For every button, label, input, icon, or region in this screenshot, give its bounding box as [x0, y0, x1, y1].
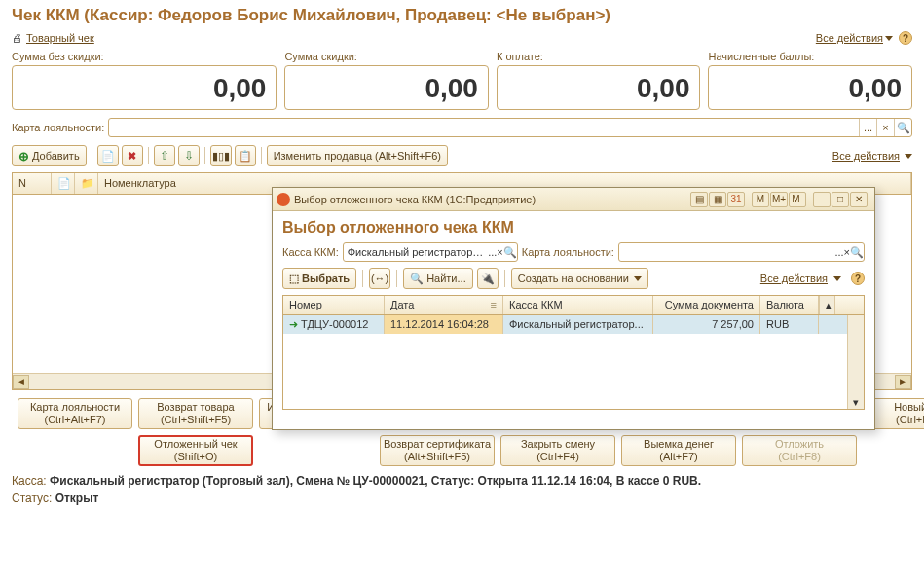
zoom-icon[interactable]: 🔍 — [503, 246, 517, 259]
find-button[interactable]: 🔍Найти... — [403, 268, 473, 289]
modal-title: Выбор отложенного чека ККМ — [273, 211, 874, 242]
mem-m-button[interactable]: M — [752, 192, 769, 207]
add-button[interactable]: ⊕Добавить — [12, 145, 87, 166]
grid-toolbar: ⊕Добавить 📄 ✖ ⇧ ⇩ ▮▯▮ 📋 Изменить продавц… — [0, 143, 924, 168]
col-icon2[interactable]: 📁 — [75, 173, 98, 194]
annotation-arrow — [0, 507, 924, 582]
select-button-label: Выбрать — [302, 273, 350, 284]
arrow-up-icon: ⇧ — [160, 149, 169, 163]
col-icon1[interactable]: 📄 — [52, 173, 75, 194]
scroll-left-icon[interactable]: ◀ — [13, 375, 29, 389]
modal-filter-row: Касса ККМ: Фискальный регистратор (Торг … — [273, 242, 874, 268]
loyalty-card-button[interactable]: Карта лояльности(Ctrl+Alt+F7) — [18, 398, 132, 429]
app-icon — [277, 193, 290, 206]
modal-toolbar: ⬚Выбрать (↔) 🔍Найти... 🔌 Создать на осно… — [273, 268, 874, 295]
sum-points-label: Начисленные баллы: — [708, 51, 912, 62]
chevron-down-icon[interactable] — [905, 154, 912, 159]
close-shift-button[interactable]: Закрыть смену(Ctrl+F4) — [500, 435, 615, 466]
postpone-button[interactable]: Отложить(Ctrl+F8) — [742, 435, 857, 466]
mem-mm-button[interactable]: M- — [789, 192, 806, 207]
add-button-label: Добавить — [32, 150, 80, 162]
refresh-button[interactable]: (↔) — [369, 268, 390, 289]
select-button[interactable]: ⬚Выбрать — [282, 268, 356, 289]
change-seller-button[interactable]: Изменить продавца (Alt+Shift+F6) — [267, 145, 448, 166]
report-icon[interactable]: ▤ — [690, 192, 708, 207]
search-icon: 🔍 — [410, 273, 424, 285]
delete-button[interactable]: ✖ — [122, 145, 143, 166]
status-text: Открыт — [55, 491, 99, 505]
zoom-icon[interactable]: 🔍 — [850, 246, 864, 259]
clear-find-button[interactable]: 🔌 — [477, 268, 499, 289]
scroll-right-icon[interactable]: ▶ — [895, 375, 911, 389]
doc-icon: ➜ — [289, 318, 298, 330]
help-icon[interactable]: ? — [899, 31, 912, 45]
return-cert-button[interactable]: Возврат сертификата(Alt+Shift+F5) — [380, 435, 495, 466]
sum-no-discount-label: Сумма без скидки: — [12, 51, 277, 62]
row-kkm: Фискальный регистратор... — [503, 315, 653, 334]
row-date: 11.12.2014 16:04:28 — [385, 315, 503, 334]
lookup-icon[interactable]: ... — [859, 119, 876, 136]
close-icon[interactable]: ✕ — [850, 192, 868, 207]
vertical-scrollbar[interactable]: ▾ — [847, 315, 864, 409]
lookup-icon[interactable]: ... — [834, 246, 843, 258]
move-up-button[interactable]: ⇧ — [154, 145, 175, 166]
loyalty-input[interactable]: ... × 🔍 — [108, 118, 912, 137]
arrow-down-icon: ⇩ — [184, 149, 194, 163]
modal-window-title: Выбор отложенного чека ККМ (1С:Предприят… — [294, 194, 686, 205]
zoom-icon[interactable]: 🔍 — [894, 119, 911, 136]
select-icon: ⬚ — [289, 273, 299, 285]
barcode-icon: ▮▯▮ — [212, 150, 230, 163]
refresh-icon: (↔) — [371, 273, 388, 284]
modal-kkm-value: Фискальный регистратор (Торг — [344, 246, 488, 258]
list-button[interactable]: 📋 — [235, 145, 256, 166]
modal-grid-header: Номер Дата ≡ Касса ККМ Сумма документа В… — [283, 296, 864, 315]
col-n[interactable]: N — [13, 173, 52, 194]
lookup-icon[interactable]: ... — [488, 246, 497, 258]
help-icon[interactable]: ? — [851, 272, 865, 285]
list-icon: 📋 — [239, 150, 252, 163]
chevron-down-icon[interactable] — [885, 36, 893, 41]
find-label: Найти... — [426, 273, 466, 284]
mem-mp-button[interactable]: M+ — [770, 192, 788, 207]
col-kkm[interactable]: Касса ККМ — [503, 296, 653, 314]
modal-all-actions[interactable]: Все действия — [760, 273, 828, 284]
sum-no-discount-value: 0,00 — [12, 65, 277, 110]
table-row[interactable]: ➜ ТДЦУ-000012 11.12.2014 16:04:28 Фискал… — [283, 315, 847, 334]
barcode-button[interactable]: ▮▯▮ — [210, 145, 232, 166]
chevron-down-icon[interactable] — [833, 276, 841, 281]
deferred-check-button[interactable]: Отложенный чек(Shift+O) — [138, 435, 253, 466]
col-number[interactable]: Номер — [283, 296, 385, 314]
calendar-icon[interactable]: 31 — [727, 192, 745, 207]
row-sum: 7 257,00 — [653, 315, 760, 334]
clear-search-icon: 🔌 — [481, 273, 495, 285]
modal-grid: Номер Дата ≡ Касса ККМ Сумма документа В… — [282, 295, 865, 410]
calc-icon[interactable]: ▦ — [709, 192, 726, 207]
col-sum[interactable]: Сумма документа — [653, 296, 760, 314]
move-down-button[interactable]: ⇩ — [178, 145, 200, 166]
sum-to-pay-label: К оплате: — [497, 51, 701, 62]
status-bar: Касса: Фискальный регистратор (Торговый … — [0, 466, 924, 507]
modal-kkm-input[interactable]: Фискальный регистратор (Торг ... × 🔍 — [343, 242, 518, 262]
sum-points-value: 0,00 — [708, 65, 912, 110]
all-actions-link[interactable]: Все действия — [816, 32, 883, 44]
sums-row: Сумма без скидки: 0,00 Сумма скидки: 0,0… — [0, 51, 924, 116]
row-currency: RUB — [760, 315, 819, 334]
col-currency[interactable]: Валюта — [760, 296, 819, 314]
loyalty-label: Карта лояльности: — [12, 122, 104, 133]
status-kassa-label: Касса: — [12, 474, 47, 488]
minimize-icon[interactable]: – — [813, 192, 831, 207]
clear-icon[interactable]: × — [876, 119, 894, 136]
grid-all-actions[interactable]: Все действия — [832, 150, 900, 162]
create-based-on-button[interactable]: Создать на основании — [511, 268, 648, 289]
status-kassa-text: Фискальный регистратор (Торговый зал), С… — [50, 474, 701, 488]
scroll-up-icon[interactable]: ▴ — [819, 296, 835, 314]
copy-button[interactable]: 📄 — [97, 145, 119, 166]
change-seller-label: Изменить продавца (Alt+Shift+F6) — [274, 150, 441, 162]
modal-titlebar[interactable]: Выбор отложенного чека ККМ (1С:Предприят… — [273, 188, 874, 211]
col-date[interactable]: Дата ≡ — [385, 296, 503, 314]
goods-receipt-link[interactable]: Товарный чек — [26, 32, 94, 44]
withdraw-button[interactable]: Выемка денег(Alt+F7) — [621, 435, 736, 466]
modal-loyalty-input[interactable]: ... × 🔍 — [618, 242, 865, 262]
return-button[interactable]: Возврат товара(Ctrl+Shift+F5) — [138, 398, 253, 429]
maximize-icon[interactable]: □ — [832, 192, 849, 207]
